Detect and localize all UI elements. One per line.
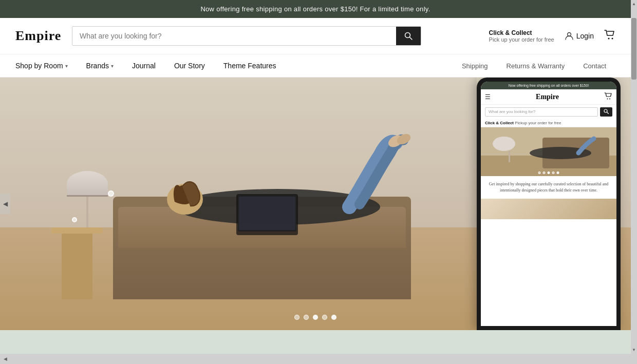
nav-journal[interactable]: Journal [123, 54, 165, 77]
mobile-dot-5[interactable] [557, 171, 559, 174]
nav-brands[interactable]: Brands ▾ [77, 54, 123, 77]
person-figure [134, 114, 421, 258]
mobile-dot-4[interactable] [552, 171, 555, 174]
side-table [51, 227, 103, 299]
nav-left: Shop by Room ▾ Brands ▾ Journal Our Stor… [15, 54, 462, 77]
mobile-hero-image [481, 127, 616, 176]
mobile-click-collect: Click & Collect Pickup your order for fr… [481, 119, 616, 127]
mobile-menu-icon[interactable]: ☰ [485, 93, 491, 101]
mobile-search-row: What are you looking for? [481, 105, 616, 119]
mobile-promo-text: Get inspired by shopping our carefully c… [485, 181, 612, 194]
mobile-screen: Now offering free shipping on all orders… [481, 82, 616, 326]
cart-icon [604, 30, 615, 40]
search-input[interactable] [72, 27, 396, 45]
svg-rect-11 [239, 197, 295, 230]
scroll-thumb[interactable] [631, 18, 636, 80]
mobile-announcement: Now offering free shipping on all orders… [481, 82, 616, 89]
click-collect-title: Click & Collect [489, 29, 554, 36]
nav-shop-by-room[interactable]: Shop by Room ▾ [15, 54, 77, 77]
decorative-circle-2 [72, 217, 77, 222]
svg-point-3 [608, 37, 610, 39]
nav-right: Shipping Returns & Warranty Contact [462, 55, 615, 77]
mobile-dot-2[interactable] [543, 171, 546, 174]
scroll-bottom [10, 354, 631, 364]
login-label: Login [576, 32, 594, 40]
header: Empire Click & Collect Pick up your orde… [0, 18, 631, 54]
mobile-logo: Empire [536, 93, 559, 101]
nav-contact[interactable]: Contact [574, 55, 615, 77]
mobile-hero-svg [481, 127, 616, 176]
user-icon [565, 31, 574, 41]
svg-point-20 [493, 137, 515, 151]
cart-button[interactable] [604, 30, 615, 43]
mobile-hero-dots [538, 171, 559, 174]
hero-scroll-left[interactable]: ◀ [0, 194, 10, 214]
nav-theme-features[interactable]: Theme Features [214, 54, 286, 77]
click-collect-subtitle: Pick up your order for free [489, 36, 554, 43]
scrollbar[interactable]: ▲ ▼ [631, 0, 637, 364]
svg-rect-21 [509, 151, 510, 162]
svg-line-1 [410, 37, 413, 40]
svg-point-13 [609, 99, 610, 100]
carousel-dot-3[interactable] [313, 315, 318, 320]
scroll-down-arrow[interactable]: ▼ [631, 346, 637, 354]
login-button[interactable]: Login [565, 31, 594, 41]
hero-section: Now offering free shipping on all orders… [0, 78, 631, 330]
scroll-up-arrow[interactable]: ▲ [631, 0, 637, 8]
click-collect: Click & Collect Pick up your order for f… [489, 29, 554, 43]
svg-point-4 [612, 37, 613, 39]
mobile-header: ☰ Empire [481, 89, 616, 105]
mobile-dot-3[interactable] [548, 171, 550, 174]
logo[interactable]: Empire [15, 28, 62, 44]
svg-line-15 [607, 112, 609, 114]
mobile-promo-image [481, 199, 616, 219]
mobile-dot-1[interactable] [538, 171, 541, 174]
mobile-search-box[interactable]: What are you looking for? [485, 107, 598, 117]
brands-chevron: ▾ [111, 63, 114, 69]
announcement-bar: Now offering free shipping on all orders… [0, 0, 631, 18]
nav-returns-warranty[interactable]: Returns & Warranty [497, 55, 574, 77]
mobile-cart-icon[interactable] [604, 92, 612, 101]
mobile-search-button[interactable] [600, 107, 612, 117]
header-right: Click & Collect Pick up your order for f… [489, 29, 615, 43]
search-button[interactable] [396, 27, 421, 45]
mobile-promo-section: Get inspired by shopping our carefully c… [481, 176, 616, 199]
carousel-dot-2[interactable] [304, 315, 309, 320]
announcement-text: Now offering free shipping on all orders… [200, 5, 430, 13]
search-container [72, 26, 421, 46]
shop-by-room-chevron: ▾ [65, 63, 68, 69]
carousel-dot-1[interactable] [294, 315, 299, 320]
search-icon [404, 32, 413, 40]
nav-bar: Shop by Room ▾ Brands ▾ Journal Our Stor… [0, 54, 631, 78]
carousel-dot-5[interactable] [331, 315, 336, 320]
mobile-mockup: Now offering free shipping on all orders… [477, 78, 621, 330]
nav-shipping[interactable]: Shipping [462, 55, 497, 77]
decorative-circle-1 [108, 190, 114, 197]
nav-our-story[interactable]: Our Story [165, 54, 214, 77]
carousel-dots [294, 315, 336, 320]
carousel-dot-4[interactable] [322, 315, 327, 320]
svg-point-12 [607, 99, 608, 100]
scroll-left-arrow[interactable]: ◀ [0, 354, 10, 364]
